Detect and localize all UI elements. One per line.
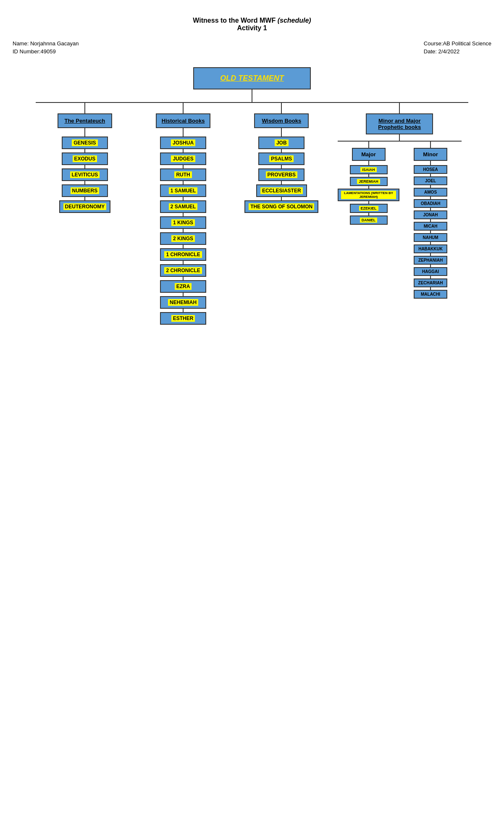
- list-item: EXODUS: [62, 152, 108, 168]
- book-ecclesiaster: ECCLESIASTER: [256, 184, 307, 197]
- book-2kings: 2 KINGS: [160, 232, 206, 245]
- book-1kings: 1 KINGS: [160, 216, 206, 229]
- list-item: GENESIS: [62, 137, 108, 152]
- list-item: 1 KINGS: [160, 216, 206, 232]
- list-item: JOSHUA: [160, 137, 206, 152]
- prop-vline-mid: [399, 134, 400, 141]
- historical-category: Historical Books: [156, 113, 211, 128]
- minor-col: Minor HOSEA JOEL: [399, 141, 462, 299]
- book-ruth: RUTH: [160, 168, 206, 181]
- pentateuch-books: GENESIS EXODUS LEVITICUS NUMBERS: [59, 137, 111, 213]
- list-item: OBADIAH: [414, 199, 447, 210]
- book-2samuel: 2 SAMUEL: [160, 200, 206, 213]
- book-zechariah: ZECHARIAH: [414, 278, 447, 287]
- prophetic-category: Minor and MajorProphetic books: [366, 113, 433, 134]
- list-item: JOEL: [414, 176, 447, 188]
- branch-pentateuch-col: The Pentateuch GENESIS EXODUS: [36, 102, 134, 213]
- book-job: JOB: [258, 137, 304, 149]
- activity-label: Activity 1: [237, 24, 267, 32]
- wisdom-books: JOB PSALMS PROVERBS ECCLESIASTER: [244, 137, 318, 213]
- book-deuteronomy: DEUTERONOMY: [59, 200, 111, 213]
- minor-label: Minor: [423, 151, 438, 158]
- id-label: ID Number:49059: [13, 48, 79, 55]
- book-jonah: JONAH: [414, 210, 447, 219]
- tree-container: OLD TESTAMENT The Pentateuch: [13, 67, 491, 325]
- list-item: 1 SAMUEL: [160, 184, 206, 200]
- hist-vline-top: [183, 103, 184, 113]
- root-node: OLD TESTAMENT: [193, 67, 311, 89]
- prophetic-label: Minor and MajorProphetic books: [378, 118, 421, 130]
- book-haggai: HAGGAI: [414, 267, 447, 276]
- list-item: NUMBERS: [62, 184, 108, 200]
- book-micah: MICAH: [414, 222, 447, 231]
- date-label: Date: 2/4/2022: [424, 48, 491, 55]
- book-ezra: EZRA: [160, 280, 206, 293]
- list-item: 2 KINGS: [160, 232, 206, 248]
- page-header: Witness to the Word MWF (schedule) Activ…: [193, 17, 311, 32]
- book-numbers: NUMBERS: [62, 184, 108, 197]
- book-1samuel: 1 SAMUEL: [160, 184, 206, 197]
- list-item: MICAH: [414, 222, 447, 233]
- list-item: LAMENTATIONS (WRITTEN BY JEREMIAH): [338, 189, 400, 204]
- list-item: RUTH: [160, 168, 206, 184]
- book-habakkuk: HABAKKUK: [414, 244, 447, 253]
- list-item: JOB: [258, 137, 304, 152]
- book-joel: JOEL: [414, 176, 447, 185]
- minor-vline: [430, 142, 431, 148]
- list-item: ZEPHANIAH: [414, 256, 447, 267]
- book-exodus: EXODUS: [62, 152, 108, 165]
- book-judges: JUDGES: [160, 152, 206, 165]
- book-malachi: MALACHI: [414, 290, 447, 299]
- list-item: HABAKKUK: [414, 244, 447, 256]
- major-vline2: [368, 161, 369, 165]
- wisdom-label: Wisdom Books: [262, 118, 301, 124]
- list-item: AMOS: [414, 188, 447, 199]
- list-item: MALACHI: [414, 290, 447, 299]
- list-item: PROVERBS: [258, 168, 304, 184]
- meta-left: Name: Norjahnna Gacayan ID Number:49059: [13, 40, 79, 55]
- book-joshua: JOSHUA: [160, 137, 206, 149]
- list-item: HOSEA: [414, 165, 447, 176]
- list-item: ISAIAH: [350, 165, 388, 177]
- list-item: DEUTERONOMY: [59, 200, 111, 213]
- wis-vline-mid: [281, 128, 282, 137]
- book-song-of-solomon: THE SONG OF SOLOMON: [244, 200, 318, 213]
- historical-books: JOSHUA JUDGES RUTH 1 SAMUEL: [160, 137, 206, 325]
- meta-right: Course:AB Political Science Date: 2/4/20…: [424, 40, 491, 55]
- branch-prophetic-col: Minor and MajorProphetic books Major: [331, 102, 468, 299]
- book-ezekiel: EZEKIEL: [350, 204, 388, 213]
- top-hbar: The Pentateuch GENESIS EXODUS: [36, 102, 468, 325]
- list-item: DANIEL: [350, 215, 388, 225]
- list-item: JUDGES: [160, 152, 206, 168]
- book-psalms: PSALMS: [258, 152, 304, 165]
- book-lamentations: LAMENTATIONS (WRITTEN BY JEREMIAH): [338, 189, 400, 201]
- list-item: NEHEMIAH: [160, 296, 206, 312]
- wisdom-category: Wisdom Books: [254, 113, 309, 128]
- list-item: JONAH: [414, 210, 447, 222]
- list-item: ZECHARIAH: [414, 278, 447, 290]
- historical-label: Historical Books: [162, 118, 205, 124]
- major-minor-connector: Major ISAIAH JEREMIAH: [338, 141, 462, 299]
- list-item: 1 CHRONICLE: [160, 248, 206, 264]
- list-item: EZRA: [160, 280, 206, 296]
- list-item: ECCLESIASTER: [256, 184, 307, 200]
- minor-subcat: Minor: [414, 148, 447, 161]
- book-hosea: HOSEA: [414, 165, 447, 174]
- book-genesis: GENESIS: [62, 137, 108, 149]
- branch-historical-col: Historical Books JOSHUA JUDGES: [134, 102, 232, 325]
- pentateuch-label: The Pentateuch: [64, 118, 105, 124]
- book-proverbs: PROVERBS: [258, 168, 304, 181]
- pen-vline-mid: [84, 128, 85, 137]
- meta-section: Name: Norjahnna Gacayan ID Number:49059 …: [13, 40, 491, 55]
- book-nahum: NAHUM: [414, 233, 447, 242]
- branch-wisdom-col: Wisdom Books JOB PSALMS PROVER: [232, 102, 331, 213]
- book-nehemiah: NEHEMIAH: [160, 296, 206, 309]
- branches-wrapper: The Pentateuch GENESIS EXODUS: [36, 102, 468, 325]
- book-zephaniah: ZEPHANIAH: [414, 256, 447, 265]
- course-label: Course:AB Political Science: [424, 40, 491, 47]
- major-vline: [368, 142, 369, 148]
- list-item: 2 CHRONICLE: [160, 264, 206, 280]
- major-col: Major ISAIAH JEREMIAH: [338, 141, 400, 225]
- major-books: ISAIAH JEREMIAH LAMENTATIONS (WRITTEN BY…: [338, 165, 400, 225]
- title-line1: Witness to the Word MWF (schedule): [193, 17, 311, 24]
